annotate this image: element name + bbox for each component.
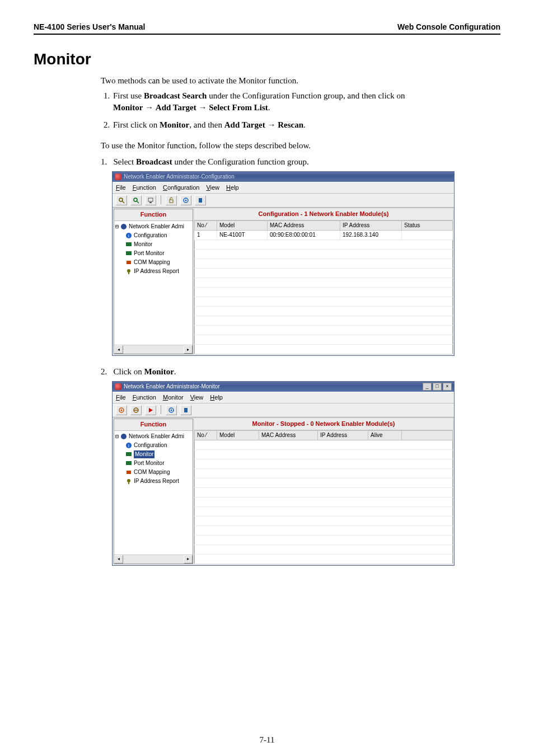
table-header-row: No ⁄ Model MAC Address IP Address Status <box>195 220 453 230</box>
tree-com-mapping[interactable]: COM Mapping <box>125 468 191 477</box>
svg-rect-33 <box>128 482 129 484</box>
svg-point-26 <box>121 434 127 439</box>
com-icon <box>125 259 132 266</box>
tree-root[interactable]: ⊟ Network Enabler Admi <box>115 432 191 441</box>
tree-port-monitor[interactable]: Port Monitor <box>125 249 191 258</box>
info-icon: i <box>125 442 132 449</box>
menu-view[interactable]: View <box>190 393 204 402</box>
col-status[interactable]: Status <box>402 220 453 230</box>
svg-rect-13 <box>126 242 132 246</box>
method-2: First click on Monitor, and then Add Tar… <box>112 119 500 131</box>
menu-file[interactable]: File <box>116 393 126 402</box>
toolbar-settings-icon[interactable] <box>166 405 177 415</box>
lamp-icon <box>125 478 132 485</box>
tree-ip-report[interactable]: IP Address Report <box>125 477 191 486</box>
page-number: 7-11 <box>0 735 534 745</box>
svg-rect-4 <box>148 198 153 201</box>
col-mac[interactable]: MAC Address <box>259 430 318 440</box>
svg-text:i: i <box>128 233 129 238</box>
minimize-button[interactable]: _ <box>423 383 432 391</box>
svg-rect-9 <box>199 198 202 203</box>
step-2-text: 2. Click on Monitor. <box>101 366 500 378</box>
menubar: File Function Configuration View Help <box>113 182 454 194</box>
menu-function[interactable]: Function <box>133 184 156 192</box>
col-no[interactable]: No ⁄ <box>195 430 217 440</box>
menu-function[interactable]: Function <box>133 393 156 402</box>
screenshot-monitor-window: Network Enabler Administrator-Monitor _ … <box>112 381 455 566</box>
table-row[interactable]: 1 NE-4100T 00:90:E8:00:00:01 192.168.3.1… <box>195 230 453 240</box>
sidebar-scrollbar[interactable]: ◂ ▸ <box>114 555 193 564</box>
window-title: Network Enabler Administrator-Configurat… <box>124 173 235 181</box>
maximize-button[interactable]: □ <box>433 383 442 391</box>
manual-title: NE-4100 Series User's Manual <box>34 22 145 31</box>
toolbar-locate-icon[interactable] <box>145 195 156 205</box>
function-sidebar: Function ⊟ Network Enabler Admi i Config… <box>114 209 193 354</box>
toolbar-web-icon[interactable] <box>195 195 206 205</box>
module-table: No ⁄ Model MAC Address IP Address Status… <box>194 220 453 354</box>
globe-icon <box>120 433 127 440</box>
sidebar-scrollbar[interactable]: ◂ ▸ <box>114 345 193 354</box>
menu-help[interactable]: Help <box>210 393 223 402</box>
function-tree: ⊟ Network Enabler Admi i Configuration M… <box>114 431 193 555</box>
follow-paragraph: To use the Monitor function, follow the … <box>101 140 500 152</box>
tree-root[interactable]: ⊟ Network Enabler Admi <box>115 222 191 231</box>
toolbar-configure-icon[interactable] <box>180 195 191 205</box>
main-pane: Configuration - 1 Network Enabler Module… <box>194 209 453 354</box>
window-titlebar: Network Enabler Administrator-Monitor _ … <box>113 382 454 392</box>
toolbar-search-icon[interactable] <box>116 195 127 205</box>
com-icon <box>125 469 132 476</box>
col-no[interactable]: No ⁄ <box>195 220 217 230</box>
function-sidebar: Function ⊟ Network Enabler Admi i Config… <box>114 419 193 564</box>
toolbar-remove-target-icon[interactable] <box>130 405 142 415</box>
close-button[interactable]: × <box>443 383 452 391</box>
col-extra[interactable] <box>402 430 453 440</box>
menubar: File Function Monitor View Help <box>113 392 454 403</box>
toolbar <box>113 194 454 208</box>
svg-rect-30 <box>126 461 132 465</box>
scroll-left-icon[interactable]: ◂ <box>114 555 123 564</box>
scroll-left-icon[interactable]: ◂ <box>114 345 123 354</box>
tree-port-monitor[interactable]: Port Monitor <box>125 459 191 468</box>
menu-configuration[interactable]: Configuration <box>163 184 199 192</box>
app-icon <box>115 173 121 180</box>
lamp-icon <box>125 268 132 275</box>
col-mac[interactable]: MAC Address <box>268 220 340 230</box>
toolbar-add-target-icon[interactable] <box>116 405 127 415</box>
svg-point-32 <box>127 479 130 482</box>
tree-monitor[interactable]: Monitor <box>125 240 191 249</box>
window-title: Network Enabler Administrator-Monitor <box>124 383 220 391</box>
col-ip[interactable]: IP Address <box>340 220 402 230</box>
toolbar-go-icon[interactable] <box>145 405 156 415</box>
svg-rect-5 <box>149 202 152 203</box>
tree-ip-report[interactable]: IP Address Report <box>125 267 191 276</box>
main-pane-header: Monitor - Stopped - 0 Network Enabler Mo… <box>194 419 453 430</box>
chapter-title: Web Console Configuration <box>397 22 500 31</box>
col-ip[interactable]: IP Address <box>318 430 368 440</box>
col-model[interactable]: Model <box>217 220 268 230</box>
main-pane-header: Configuration - 1 Network Enabler Module… <box>194 209 453 220</box>
toolbar-unlock-icon[interactable] <box>166 195 177 205</box>
toolbar-search-ip-icon[interactable] <box>130 195 142 205</box>
svg-rect-31 <box>127 471 131 474</box>
tree-configuration[interactable]: i Configuration <box>125 231 191 240</box>
scroll-right-icon[interactable]: ▸ <box>184 555 193 564</box>
col-model[interactable]: Model <box>217 430 259 440</box>
sidebar-header: Function <box>114 209 193 220</box>
tree-configuration[interactable]: i Configuration <box>125 441 191 450</box>
col-alive[interactable]: Alive <box>368 430 402 440</box>
monitor-icon <box>125 241 132 248</box>
menu-monitor[interactable]: Monitor <box>163 393 184 402</box>
menu-view[interactable]: View <box>206 184 219 192</box>
monitor-icon <box>125 451 132 458</box>
tree-com-mapping[interactable]: COM Mapping <box>125 258 191 267</box>
svg-rect-15 <box>127 261 131 264</box>
svg-rect-17 <box>128 273 129 274</box>
menu-file[interactable]: File <box>116 184 126 192</box>
toolbar-page-icon[interactable] <box>180 405 191 415</box>
module-table: No ⁄ Model MAC Address IP Address Alive <box>194 430 453 564</box>
svg-text:i: i <box>128 443 129 448</box>
tree-monitor[interactable]: Monitor <box>125 450 191 459</box>
svg-point-19 <box>121 410 123 411</box>
scroll-right-icon[interactable]: ▸ <box>184 345 193 354</box>
menu-help[interactable]: Help <box>226 184 239 192</box>
